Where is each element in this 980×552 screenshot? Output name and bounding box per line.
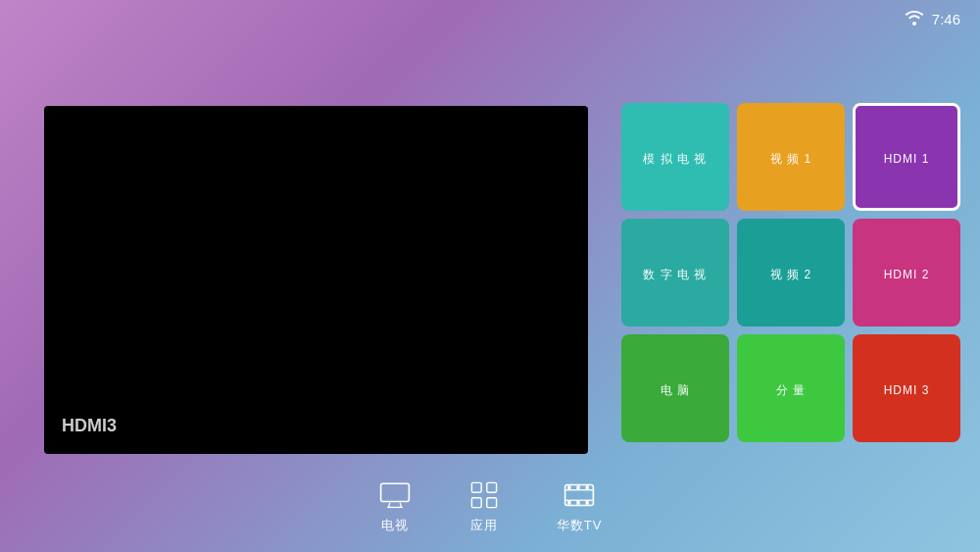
svg-rect-59 <box>586 500 589 505</box>
source-item-hdmi3[interactable]: HDMI 3 <box>853 334 960 442</box>
svg-rect-55 <box>576 485 579 490</box>
atv-label: 模 拟 电 视 <box>643 151 707 168</box>
source-item-share[interactable]: 分 量 <box>737 334 845 442</box>
svg-rect-54 <box>567 485 570 490</box>
preview-label: HDMI3 <box>62 416 117 436</box>
svg-line-45 <box>400 503 401 508</box>
hdmi1-label: HDMI 1 <box>884 152 930 166</box>
wifi-icon <box>905 10 924 28</box>
pc-label: 电 脑 <box>661 382 690 399</box>
svg-rect-48 <box>486 482 496 492</box>
nav-item-huashu[interactable]: 华数TV <box>557 481 603 534</box>
apps-nav-icon <box>470 481 498 513</box>
dtv-label: 数 字 电 视 <box>643 267 707 283</box>
nav-item-tv[interactable]: 电视 <box>378 481 412 534</box>
svg-rect-50 <box>486 498 496 508</box>
source-item-hdmi2[interactable]: HDMI 2 <box>853 219 960 326</box>
svg-rect-49 <box>471 498 481 508</box>
source-item-atv[interactable]: ATV 模 拟 电 视 <box>621 103 729 211</box>
huashu-nav-label: 华数TV <box>557 517 603 534</box>
share-label: 分 量 <box>776 382 806 399</box>
preview-panel: HDMI3 <box>44 106 588 454</box>
source-item-pc[interactable]: 电 脑 <box>621 334 729 442</box>
source-item-dtv[interactable]: DTV 数 字 电 视 <box>621 219 729 326</box>
tv-nav-label: 电视 <box>381 517 409 534</box>
svg-rect-57 <box>567 500 570 505</box>
svg-rect-47 <box>471 482 481 492</box>
tv-nav-icon <box>378 481 412 513</box>
svg-line-44 <box>388 503 389 508</box>
huashu-nav-icon <box>563 481 596 513</box>
clock: 7:46 <box>932 11 960 27</box>
nav-item-apps[interactable]: 应用 <box>470 481 498 534</box>
status-bar: 7:46 <box>905 10 960 28</box>
hdmi3-label: HDMI 3 <box>884 383 930 397</box>
svg-rect-58 <box>576 500 579 505</box>
source-item-video1[interactable]: 视 频 1 <box>737 103 845 211</box>
svg-rect-43 <box>380 483 409 501</box>
source-item-hdmi1[interactable]: HDMI 1 <box>853 103 960 211</box>
apps-nav-label: 应用 <box>470 517 498 534</box>
hdmi2-label: HDMI 2 <box>884 268 930 281</box>
source-grid: ATV 模 拟 电 视 视 频 1 HDMI 1 DTV 数 字 电 视 <box>621 103 960 442</box>
source-item-video2[interactable]: 视 频 2 <box>737 219 845 326</box>
bottom-nav: 电视 应用 华数TV <box>0 464 980 552</box>
video1-label: 视 频 1 <box>770 151 811 168</box>
video2-label: 视 频 2 <box>770 267 811 283</box>
svg-rect-56 <box>586 485 589 490</box>
